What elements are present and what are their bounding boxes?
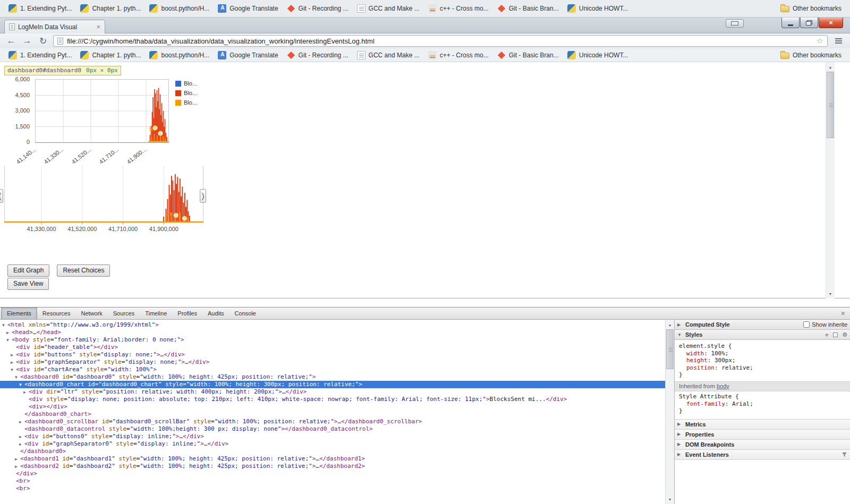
gear-icon[interactable]: ⚙ [842,331,847,338]
bookmark-item[interactable]: c++ - Cross mo... [424,49,493,61]
range-selector-chart[interactable]: SSSS 41,330,00041,520,00041,710,00041,90… [0,166,212,236]
collapsed-arrow-icon[interactable]: ▶ [23,389,29,396]
bookmark-item[interactable]: Git - Basic Bran... [493,49,563,61]
other-bookmarks-button[interactable]: Other bookmarks [776,3,846,14]
devtools-dom-tree[interactable]: ▼<html xmlns="http://www.w3.org/1999/xht… [0,320,665,504]
dom-tree-row[interactable]: </dashboard0_chart> [0,411,665,418]
bookmark-item[interactable]: boost.python/H... [145,49,214,61]
save-view-button[interactable]: Save View [7,278,49,290]
collapsed-arrow-icon[interactable]: ▶ [19,418,24,426]
collapsed-arrow-icon[interactable]: ▶ [15,456,20,463]
range-right-handle[interactable]: ) [200,189,206,203]
dom-tree-row[interactable]: <br> [0,477,665,485]
forward-button[interactable]: → [21,35,33,47]
restore-button[interactable] [800,18,818,28]
back-button[interactable]: ← [5,35,17,47]
dom-tree-row[interactable]: <dashboard0_datacontrol style="width: 10… [0,425,665,433]
dom-tree-row[interactable]: ▶<div dir="ltr" style="position: relativ… [0,388,665,396]
css-selector[interactable]: element.style { [679,343,846,350]
dom-tree-row[interactable]: ▶<div id="buttons" style="display: none;… [0,351,665,358]
show-inherited-checkbox[interactable] [803,321,810,328]
scroll-up-icon[interactable]: ▲ [666,320,674,329]
scroll-up-icon[interactable]: ▲ [826,63,835,71]
bookmark-item[interactable]: GCC and Make ... [353,3,424,14]
css-selector[interactable]: Style Attribute { [679,393,846,400]
dom-tree-row[interactable]: ▶<dashboard1 id="dashboard1" style="widt… [0,455,665,463]
sidebar-section-properties[interactable]: ▶Properties [675,430,850,440]
menu-button[interactable] [832,35,845,47]
bookmark-item[interactable]: Google Translate [214,49,282,61]
bookmark-item[interactable]: Git - Basic Bran... [493,3,563,14]
scroll-down-icon[interactable]: ▼ [666,495,674,503]
devtools-tab-console[interactable]: Console [230,307,261,319]
bookmark-item[interactable]: Git - Recording ... [283,3,353,14]
styles-header[interactable]: ▼ Styles + ⚙ [675,330,850,340]
page-scrollbar[interactable]: ▲ ▼ [826,62,835,298]
devtools-tab-network[interactable]: Network [75,307,107,319]
collapsed-arrow-icon[interactable]: ▶ [6,329,12,337]
collapsed-arrow-icon[interactable]: ▶ [19,441,24,448]
bookmark-item[interactable]: GCC and Make ... [353,49,424,61]
dom-tree-row[interactable]: ▶<dashboard0_scrollbar id="dashboard0_sc… [0,418,665,425]
css-property[interactable]: height: 300px; [679,357,846,364]
minimize-button[interactable] [781,18,800,28]
collapsed-arrow-icon[interactable]: ▶ [11,352,16,359]
css-property[interactable]: width: 100%; [679,350,846,357]
expanded-arrow-icon[interactable]: ▼ [11,366,16,374]
devtools-tab-audits[interactable]: Audits [202,307,230,319]
bookmark-item[interactable]: Chapter 1. pyth... [76,49,145,61]
bookmark-star-icon[interactable]: ☆ [817,36,823,46]
devtools-tab-profiles[interactable]: Profiles [172,307,202,319]
dom-tree-row[interactable]: ▼<div id="chartArea" style="width: 100%"… [0,366,665,373]
devtools-close-icon[interactable]: × [836,309,850,318]
devtools-tab-sources[interactable]: Sources [108,307,140,319]
dom-tree-row[interactable]: <div></div> [0,403,665,411]
bookmark-item[interactable]: Git - Recording ... [283,49,353,61]
bookmark-item[interactable]: Unicode HOWT... [563,49,633,61]
address-bar[interactable]: file:///C:/cygwin/home/thaba/data_visual… [53,35,828,47]
window-mini-toolbar-button[interactable] [726,19,744,28]
dom-tree-row[interactable]: ▶<div id="graphSeparator" style="display… [0,358,665,366]
element-state-icon[interactable] [833,332,838,337]
filter-funnel-icon[interactable] [842,452,847,457]
expanded-arrow-icon[interactable]: ▼ [15,374,20,381]
close-button[interactable]: × [819,18,843,28]
range-left-handle[interactable]: ( [0,189,3,203]
dom-tree-row[interactable]: </dashboard0> [0,448,665,455]
dom-tree-row[interactable]: ▶<head>…</head> [0,329,665,336]
url-text[interactable]: file:///C:/cygwin/home/thaba/data_visual… [67,37,813,45]
reset-choices-button[interactable]: Reset Choices [57,264,110,277]
devtools-tree-scrollbar[interactable]: ▲ ▼ [665,320,674,504]
css-property[interactable]: position: relative; [679,364,846,372]
dom-tree-row[interactable]: ▶<div id="buttons0" style="display: inli… [0,433,665,440]
bookmark-item[interactable]: c++ - Cross mo... [424,3,493,14]
dom-tree-row[interactable]: ▼<body style="font-family: Arial;border:… [0,336,665,344]
devtools-tab-resources[interactable]: Resources [37,307,76,319]
dom-tree-row[interactable]: <br> [0,485,665,492]
devtools-tab-timeline[interactable]: Timeline [140,307,172,319]
dom-tree-row[interactable]: <div style="display: none; position: abs… [0,396,665,403]
collapsed-arrow-icon[interactable]: ▶ [15,463,20,471]
dom-tree-row[interactable]: ▼<html xmlns="http://www.w3.org/1999/xht… [0,321,665,329]
bookmark-item[interactable]: Google Translate [214,3,282,14]
reload-button[interactable]: ↻ [37,35,49,47]
dom-tree-row[interactable]: ▼<dashboard0_chart id="dashboard0_chart"… [0,381,665,388]
dom-tree-row[interactable]: </div> [0,470,665,477]
inherited-body-link[interactable]: body [717,383,729,389]
sidebar-section-dom-breakpoints[interactable]: ▶DOM Breakpoints [675,440,850,450]
dom-tree-row[interactable]: ▼<dashboard0 id="dashboard0" style="widt… [0,373,665,381]
bookmark-item[interactable]: 1. Extending Pyt... [4,49,76,61]
computed-style-header[interactable]: ▶ Computed Style Show inherite [675,320,850,330]
main-chart-plot[interactable]: SSSS [35,79,169,143]
expanded-arrow-icon[interactable]: ▼ [19,381,24,389]
bookmark-item[interactable]: Unicode HOWT... [563,3,633,14]
scrollbar-thumb[interactable] [827,72,834,138]
browser-tab[interactable]: LogMeIn Data Visual × [4,20,105,33]
tab-close-icon[interactable]: × [96,23,100,31]
scrollbar-thumb[interactable] [666,329,674,369]
collapsed-arrow-icon[interactable]: ▶ [19,433,24,441]
collapsed-arrow-icon[interactable]: ▶ [11,359,16,366]
scroll-down-icon[interactable]: ▼ [826,289,835,298]
bookmark-item[interactable]: boost.python/H... [145,3,214,14]
bookmark-item[interactable]: Chapter 1. pyth... [76,3,145,14]
